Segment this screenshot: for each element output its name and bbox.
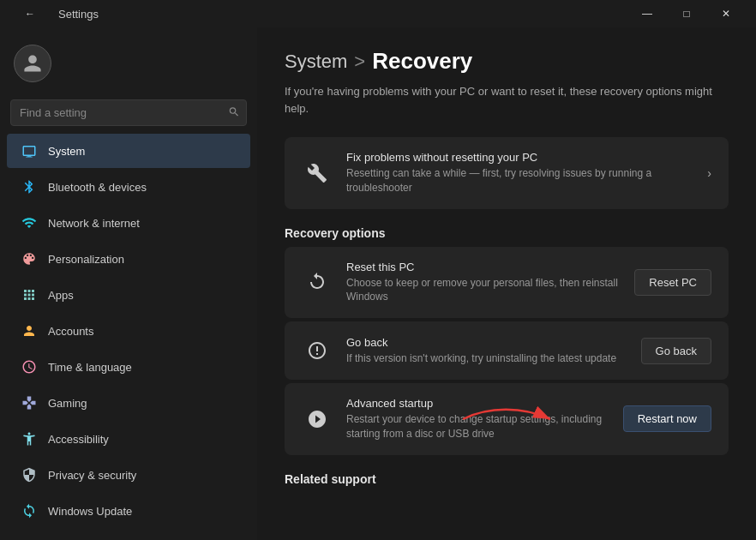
title-bar-controls: — □ ✕ bbox=[627, 0, 746, 27]
fix-problems-card[interactable]: Fix problems without resetting your PC R… bbox=[285, 137, 729, 209]
sidebar-item-network-label: Network & internet bbox=[48, 217, 140, 230]
app-layout: System Bluetooth & devices Network & int… bbox=[0, 27, 756, 540]
sidebar-item-accessibility-label: Accessibility bbox=[48, 433, 109, 446]
apps-icon bbox=[21, 286, 38, 303]
user-section bbox=[0, 34, 257, 96]
sidebar-item-system-label: System bbox=[48, 145, 85, 158]
avatar bbox=[14, 45, 51, 82]
advanced-card-text: Advanced startup Restart your device to … bbox=[346, 397, 609, 441]
reset-card-desc: Choose to keep or remove your personal f… bbox=[346, 276, 621, 305]
chevron-right-icon: › bbox=[707, 166, 711, 180]
sidebar-item-system[interactable]: System bbox=[7, 134, 250, 168]
sidebar-item-personalization-label: Personalization bbox=[48, 253, 124, 266]
fix-card-text: Fix problems without resetting your PC R… bbox=[346, 151, 693, 195]
sidebar-item-network[interactable]: Network & internet bbox=[7, 206, 250, 240]
page-description: If you're having problems with your PC o… bbox=[285, 83, 729, 117]
advanced-card-desc: Restart your device to change startup se… bbox=[346, 412, 609, 441]
go-back-card: Go back If this version isn't working, t… bbox=[285, 321, 729, 380]
reset-icon bbox=[302, 267, 333, 297]
advanced-card-title: Advanced startup bbox=[346, 397, 609, 410]
reset-pc-button[interactable]: Reset PC bbox=[634, 269, 711, 296]
bluetooth-icon bbox=[21, 178, 38, 195]
sidebar-item-bluetooth-label: Bluetooth & devices bbox=[48, 181, 147, 194]
breadcrumb-separator: > bbox=[354, 51, 365, 73]
title-bar-left: ← Settings bbox=[10, 0, 99, 27]
sidebar-item-privacy[interactable]: Privacy & security bbox=[7, 458, 250, 492]
sidebar-item-update-label: Windows Update bbox=[48, 505, 132, 518]
sidebar: System Bluetooth & devices Network & int… bbox=[0, 27, 257, 540]
fix-card-desc: Resetting can take a while — first, try … bbox=[346, 166, 693, 195]
sidebar-item-privacy-label: Privacy & security bbox=[48, 469, 136, 482]
accounts-icon bbox=[21, 322, 38, 339]
breadcrumb: System > Recovery bbox=[285, 48, 729, 75]
sidebar-item-accounts-label: Accounts bbox=[48, 325, 93, 338]
network-icon bbox=[21, 214, 38, 231]
fix-icon bbox=[302, 158, 333, 189]
svg-rect-1 bbox=[26, 157, 33, 158]
sidebar-item-gaming-label: Gaming bbox=[48, 397, 87, 410]
go-back-button[interactable]: Go back bbox=[641, 338, 711, 364]
title-bar: ← Settings — □ ✕ bbox=[0, 0, 756, 27]
search-input[interactable] bbox=[10, 99, 247, 126]
fix-card-title: Fix problems without resetting your PC bbox=[346, 151, 693, 164]
related-support-title: Related support bbox=[285, 472, 729, 486]
advanced-startup-card: Advanced startup Restart your device to … bbox=[285, 383, 729, 455]
goback-card-action: Go back bbox=[641, 338, 711, 364]
reset-card-text: Reset this PC Choose to keep or remove y… bbox=[346, 261, 621, 305]
svg-rect-0 bbox=[27, 155, 32, 157]
sidebar-item-time-label: Time & language bbox=[48, 361, 132, 374]
breadcrumb-current: Recovery bbox=[372, 48, 472, 75]
fix-card-action: › bbox=[707, 166, 711, 180]
sidebar-item-gaming[interactable]: Gaming bbox=[7, 386, 250, 420]
restart-now-button[interactable]: Restart now bbox=[623, 405, 711, 432]
time-icon bbox=[21, 358, 38, 375]
goback-card-desc: If this version isn't working, try unins… bbox=[346, 351, 627, 366]
maximize-button[interactable]: □ bbox=[667, 0, 706, 27]
person-icon bbox=[22, 53, 43, 74]
sidebar-item-apps[interactable]: Apps bbox=[7, 278, 250, 312]
sidebar-item-time[interactable]: Time & language bbox=[7, 350, 250, 384]
advanced-card-action: Restart now bbox=[623, 405, 711, 432]
close-button[interactable]: ✕ bbox=[706, 0, 746, 27]
personalization-icon bbox=[21, 250, 38, 267]
sidebar-item-bluetooth[interactable]: Bluetooth & devices bbox=[7, 170, 250, 204]
search-box bbox=[10, 99, 247, 126]
system-icon bbox=[21, 142, 38, 159]
update-icon bbox=[21, 502, 38, 519]
reset-card-title: Reset this PC bbox=[346, 261, 621, 273]
advanced-startup-icon bbox=[302, 404, 333, 435]
content-area: System > Recovery If you're having probl… bbox=[257, 27, 756, 540]
back-button[interactable]: ← bbox=[10, 0, 50, 27]
reset-pc-card: Reset this PC Choose to keep or remove y… bbox=[285, 247, 729, 319]
sidebar-item-personalization[interactable]: Personalization bbox=[7, 242, 250, 276]
go-back-icon bbox=[302, 335, 333, 366]
sidebar-item-accounts[interactable]: Accounts bbox=[7, 314, 250, 348]
goback-card-text: Go back If this version isn't working, t… bbox=[346, 336, 627, 366]
sidebar-item-accessibility[interactable]: Accessibility bbox=[7, 422, 250, 456]
app-title: Settings bbox=[58, 8, 99, 21]
goback-card-title: Go back bbox=[346, 336, 627, 349]
privacy-icon bbox=[21, 466, 38, 483]
minimize-button[interactable]: — bbox=[627, 0, 667, 27]
gaming-icon bbox=[21, 394, 38, 411]
reset-card-action: Reset PC bbox=[634, 269, 711, 296]
sidebar-item-update[interactable]: Windows Update bbox=[7, 494, 250, 528]
recovery-options-title: Recovery options bbox=[285, 226, 729, 240]
sidebar-item-apps-label: Apps bbox=[48, 289, 74, 302]
breadcrumb-parent: System bbox=[285, 51, 347, 73]
accessibility-icon bbox=[21, 430, 38, 447]
